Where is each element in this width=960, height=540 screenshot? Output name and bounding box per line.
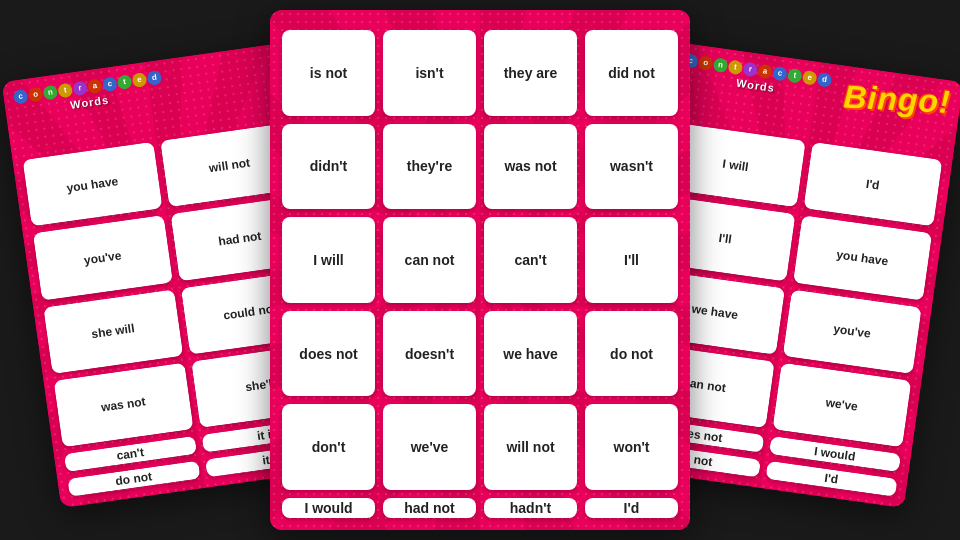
- logo-letter: n: [42, 85, 58, 101]
- word-cell: is not: [282, 30, 375, 116]
- word-cell: won't: [585, 404, 678, 490]
- logo-letter: a: [87, 78, 103, 94]
- logo-letter: e: [802, 70, 818, 86]
- center-card-grid: is notisn'tthey aredid notdidn'tthey'rew…: [282, 30, 678, 518]
- word-cell: can't: [484, 217, 577, 303]
- word-cell: you've: [33, 215, 173, 300]
- word-cell: don't: [282, 404, 375, 490]
- word-cell: we've: [383, 404, 476, 490]
- logo-letter: r: [72, 80, 88, 96]
- logo-letter: t: [117, 74, 133, 90]
- word-cell: do not: [585, 311, 678, 397]
- word-cell: was not: [484, 124, 577, 210]
- logo-letter: c: [13, 89, 29, 105]
- word-cell: isn't: [383, 30, 476, 116]
- card-center: is notisn'tthey aredid notdidn'tthey'rew…: [270, 10, 690, 530]
- word-cell: you've: [782, 289, 922, 374]
- logo-letter: c: [772, 66, 788, 82]
- logo-letter: o: [28, 87, 44, 103]
- word-cell: can not: [383, 217, 476, 303]
- word-cell: didn't: [282, 124, 375, 210]
- logo-letter: t: [787, 68, 803, 84]
- logo-letter: c: [102, 76, 118, 92]
- word-cell: I will: [282, 217, 375, 303]
- logo-letter: t: [727, 59, 743, 75]
- logo-letter: n: [713, 57, 729, 73]
- logo-letter: d: [817, 72, 833, 88]
- word-cell: hadn't: [484, 498, 577, 518]
- word-cell: she will: [43, 289, 183, 374]
- word-cell: was not: [54, 362, 194, 447]
- logo-letter: t: [57, 83, 73, 99]
- logo-letter: o: [698, 55, 714, 71]
- word-cell: will not: [484, 404, 577, 490]
- word-cell: had not: [383, 498, 476, 518]
- word-cell: did not: [585, 30, 678, 116]
- logo-letter: d: [146, 70, 162, 86]
- logo-letter: a: [757, 64, 773, 80]
- word-cell: they are: [484, 30, 577, 116]
- word-cell: wasn't: [585, 124, 678, 210]
- word-cell: I'll: [585, 217, 678, 303]
- word-cell: they're: [383, 124, 476, 210]
- word-cell: we've: [772, 362, 912, 447]
- word-cell: we have: [484, 311, 577, 397]
- word-cell: does not: [282, 311, 375, 397]
- word-cell: you have: [793, 215, 933, 300]
- word-cell: I'd: [585, 498, 678, 518]
- logo-letter: r: [742, 62, 758, 78]
- logo-letter: e: [132, 72, 148, 88]
- word-cell: I would: [282, 498, 375, 518]
- scene: c o n t r a c t e d Words you havewill n…: [0, 0, 960, 540]
- word-cell: doesn't: [383, 311, 476, 397]
